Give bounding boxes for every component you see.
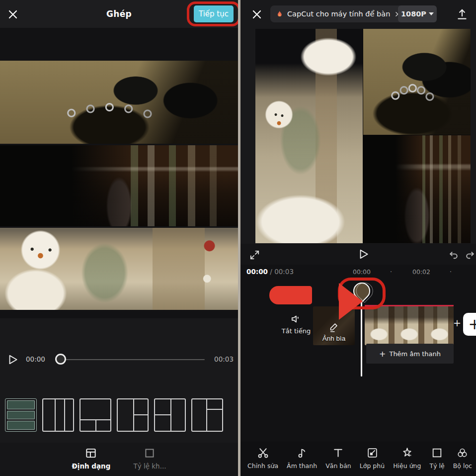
template-row-segment [7,400,35,409]
template-option-left-full-right-top-split[interactable] [191,398,223,432]
add-audio-button[interactable]: + Thêm âm thanh [366,344,454,364]
tab-label: Tỷ lệ kh... [133,462,166,470]
collage-photo-bar-bottles [0,145,238,226]
overlay-icon [366,447,379,459]
continue-button[interactable]: Tiếp tục [194,5,234,22]
ratio-icon [431,447,443,459]
pencil-icon [328,322,339,333]
toolbar-edit[interactable]: Chỉnh sửa [247,447,278,476]
tab-format[interactable]: Định dạng [72,447,110,476]
preview-photo-bar-bottles [363,135,471,243]
editor-toolbar: Chỉnh sửa Âm thanh Văn bản Lớp phủ Hiệu … [240,442,476,476]
time-display: 00:00 / 00:03 [246,268,294,276]
close-button[interactable] [249,6,265,22]
toolbar-filters[interactable]: Bộ lọc [453,447,472,476]
template-option-left-full-right-split[interactable] [117,398,149,432]
player-controls-row [240,244,476,265]
time-current: 00:00 [246,268,268,276]
redo-icon [464,249,476,261]
redo-button[interactable] [463,248,476,261]
play-button[interactable] [5,352,20,367]
left-header: Ghép Tiếp tục [0,0,238,28]
template-option-three-rows-selected[interactable] [5,398,37,432]
video-clip-strip[interactable] [365,306,454,345]
toolbar-effects[interactable]: Hiệu ứng [393,447,421,476]
video-preview-area [240,28,476,244]
effects-star-icon [401,447,413,459]
play-icon [6,353,19,366]
toolbar-ratio[interactable]: Tỷ lệ [430,447,445,476]
left-panel-collage-screen: Ghép Tiếp tục 00:00 00:03 [0,0,238,476]
timeline-area: Tắt tiếng Ảnh bìa + + + Thêm âm thanh [240,280,476,442]
music-note-icon [296,447,308,459]
add-audio-label: Thêm âm thanh [389,350,441,358]
desktop-promo-banner[interactable]: CapCut cho máy tính để bàn [270,5,405,22]
seek-knob[interactable] [55,354,66,365]
preview-photo-snowman [255,29,363,243]
collage-photo-snowman [0,228,238,310]
template-option-top-large-bottom-split[interactable] [79,398,111,432]
annotation-arrow [269,286,312,304]
capcut-app: Ghép Tiếp tục 00:00 00:03 [0,0,476,476]
preview-photo-boots [363,29,471,135]
scissors-icon [257,447,269,459]
fullscreen-button[interactable] [248,248,261,261]
play-icon [357,248,370,261]
current-time-label: 00:00 [26,355,45,363]
muted-speaker-icon [290,312,303,325]
resolution-value: 1080P [401,10,426,18]
export-button[interactable] [454,6,470,22]
time-separator: / [270,268,272,276]
fullscreen-expand-icon [249,249,260,261]
template-option-three-columns[interactable] [42,398,74,432]
ruler-mark: 00:00 [353,268,371,276]
template-option-left-split-right-full[interactable] [154,398,186,432]
annotation-arrow-head [339,283,363,320]
toolbar-text[interactable]: Văn bản [325,447,351,476]
editor-header: CapCut cho máy tính để bàn 1080P [240,0,476,28]
ruler-mark: · [450,268,452,276]
undo-button[interactable] [447,248,460,261]
export-icon [456,8,469,21]
total-time-label: 00:03 [214,355,234,363]
cover-label: Ảnh bìa [322,335,346,342]
toolbar-overlay[interactable]: Lớp phủ [360,447,385,476]
collage-photo-boots [0,61,238,144]
tab-label: Định dạng [72,462,110,470]
mute-track-button[interactable]: Tắt tiếng [280,312,313,335]
add-clip-button[interactable]: + [463,313,476,336]
undo-icon [448,249,460,261]
tab-aspect-ratio[interactable]: Tỷ lệ kh... [133,447,166,476]
playback-bar: 00:00 00:03 [0,348,238,371]
format-layout-icon [84,447,97,460]
ratio-frame-icon [143,447,156,460]
ruler-mark: · [390,268,392,276]
layout-template-list [0,395,238,436]
time-total: 00:03 [274,268,294,276]
promo-text: CapCut cho máy tính để bàn [287,10,390,18]
seek-track[interactable] [61,359,205,360]
collage-preview [0,28,238,318]
play-button[interactable] [356,247,370,261]
resolution-selector[interactable]: 1080P [398,5,437,22]
left-bottom-tabbar: Định dạng Tỷ lệ kh... [0,443,238,476]
filters-icon [456,447,469,459]
text-icon [332,447,344,459]
close-icon [251,8,263,20]
plus-icon: + [379,349,386,359]
flame-icon [275,10,284,18]
toolbar-audio[interactable]: Âm thanh [287,447,317,476]
template-row-segment [7,421,35,430]
chevron-down-icon [429,12,434,15]
ruler-mark: 00:02 [412,268,430,276]
mute-label: Tắt tiếng [282,327,311,335]
template-row-segment [7,411,35,420]
preview-collage-grid [255,29,471,243]
small-add-icon[interactable]: + [453,317,461,328]
